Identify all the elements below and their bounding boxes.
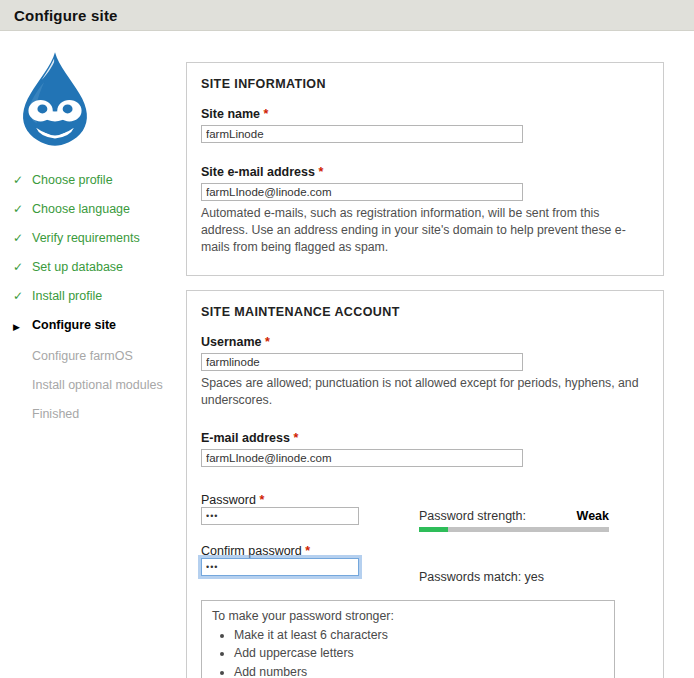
step-verify-requirements: ✓ Verify requirements xyxy=(13,231,186,246)
step-choose-language: ✓ Choose language xyxy=(13,202,186,217)
step-label: Choose language xyxy=(32,202,130,217)
password-strength-widget: Password strength: Weak xyxy=(419,493,609,532)
drupal-logo-icon xyxy=(10,51,100,147)
password-strength-label: Password strength: xyxy=(419,509,526,523)
site-email-input[interactable] xyxy=(201,183,523,201)
check-icon: ✓ xyxy=(13,231,32,246)
account-email-input[interactable] xyxy=(201,449,523,467)
site-maintenance-account-fieldset: SITE MAINTENANCE ACCOUNT Username * Spac… xyxy=(186,290,664,678)
password-strength-level: Weak xyxy=(577,509,609,523)
confirm-password-row: Confirm password * Passwords match: yes xyxy=(201,544,649,584)
password-item: Password * xyxy=(201,493,419,525)
step-configure-farmos: Configure farmOS xyxy=(13,349,186,364)
password-tip: Make it at least 6 characters xyxy=(234,627,604,644)
password-tip: Add numbers xyxy=(234,664,604,678)
password-tip: Add uppercase letters xyxy=(234,645,604,662)
site-information-fieldset: SITE INFORMATION Site name * Site e-mail… xyxy=(186,62,664,276)
password-row: Password * Password strength: Weak xyxy=(201,493,649,532)
site-email-description: Automated e-mails, such as registration … xyxy=(201,205,649,257)
check-icon: ✓ xyxy=(13,289,32,304)
site-information-legend: SITE INFORMATION xyxy=(201,77,649,91)
step-choose-profile: ✓ Choose profile xyxy=(13,173,186,188)
site-email-label: Site e-mail address * xyxy=(201,165,649,179)
step-label: Finished xyxy=(32,407,79,422)
site-maintenance-account-legend: SITE MAINTENANCE ACCOUNT xyxy=(201,305,649,319)
site-name-item: Site name * xyxy=(201,107,649,143)
passwords-match-status: Passwords match: yes xyxy=(419,570,544,584)
confirm-password-label: Confirm password * xyxy=(201,544,310,558)
check-icon: ✓ xyxy=(13,260,32,275)
required-marker: * xyxy=(259,493,264,507)
install-sidebar: ✓ Choose profile ✓ Choose language ✓ Ver… xyxy=(0,31,186,436)
site-email-item: Site e-mail address * Automated e-mails,… xyxy=(201,165,649,257)
confirm-password-item: Confirm password * xyxy=(201,544,419,576)
site-name-label: Site name * xyxy=(201,107,649,121)
confirm-password-input[interactable] xyxy=(201,558,359,576)
step-label: Set up database xyxy=(32,260,123,275)
step-install-optional-modules: Install optional modules xyxy=(13,378,186,393)
install-steps-list: ✓ Choose profile ✓ Choose language ✓ Ver… xyxy=(13,173,186,422)
required-marker: * xyxy=(318,165,323,179)
step-label: Install optional modules xyxy=(32,378,163,393)
page-header: Configure site xyxy=(0,0,694,31)
configure-site-form: SITE INFORMATION Site name * Site e-mail… xyxy=(186,31,664,678)
step-install-profile: ✓ Install profile xyxy=(13,289,186,304)
required-marker: * xyxy=(305,544,310,558)
step-label: Choose profile xyxy=(32,173,113,188)
password-tips-box: To make your password stronger: Make it … xyxy=(201,600,615,678)
step-label: Verify requirements xyxy=(32,231,140,246)
check-icon: ✓ xyxy=(13,202,32,217)
password-input[interactable] xyxy=(201,507,359,525)
step-label: Configure site xyxy=(32,318,116,333)
check-icon: ✓ xyxy=(13,173,32,188)
step-configure-site-current: ▶ Configure site xyxy=(13,318,186,335)
site-name-input[interactable] xyxy=(201,125,523,143)
account-email-item: E-mail address * xyxy=(201,431,649,467)
password-label: Password * xyxy=(201,493,264,507)
step-finished: Finished xyxy=(13,407,186,422)
required-marker: * xyxy=(265,335,270,349)
required-marker: * xyxy=(293,431,298,445)
account-email-label: E-mail address * xyxy=(201,431,649,445)
required-marker: * xyxy=(264,107,269,121)
username-input[interactable] xyxy=(201,353,523,371)
step-label: Configure farmOS xyxy=(32,349,133,364)
password-strength-fill xyxy=(419,527,448,532)
password-tips-title: To make your password stronger: xyxy=(212,608,604,625)
password-strength-track xyxy=(419,527,609,532)
arrow-right-icon: ▶ xyxy=(13,318,32,335)
step-set-up-database: ✓ Set up database xyxy=(13,260,186,275)
page-title: Configure site xyxy=(14,7,118,24)
password-tips-list: Make it at least 6 characters Add upperc… xyxy=(234,627,604,678)
username-label: Username * xyxy=(201,335,649,349)
username-description: Spaces are allowed; punctuation is not a… xyxy=(201,375,649,409)
username-item: Username * Spaces are allowed; punctuati… xyxy=(201,335,649,409)
step-label: Install profile xyxy=(32,289,102,304)
